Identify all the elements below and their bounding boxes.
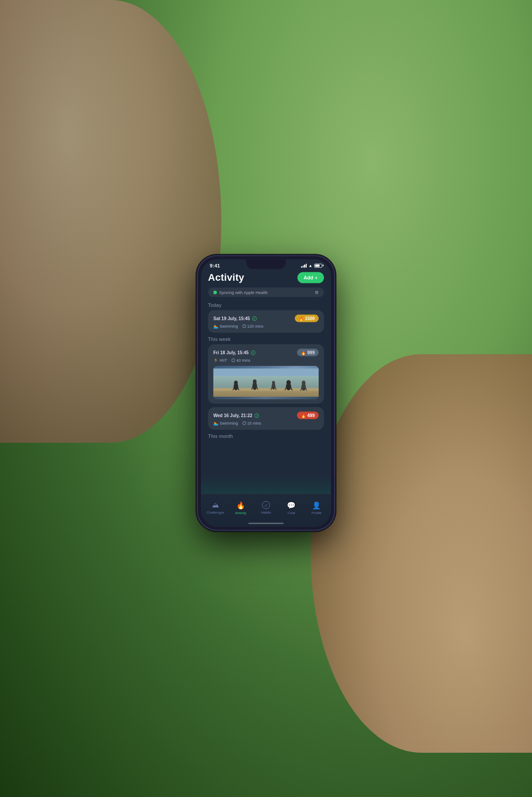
activity-card-week-1[interactable]: Fri 18 July, 15:45 ✓ 🔥 999 🏃: [208, 344, 324, 404]
habits-label: Habits: [261, 511, 271, 515]
card-datetime-3: Wed 16 July, 21:22 ✓: [213, 413, 259, 418]
habits-icon: ✓: [262, 501, 270, 509]
activity-icon: 🔥: [236, 501, 245, 509]
checkmark: ✓: [253, 317, 255, 320]
sync-left: Syncing with Apple Health: [213, 290, 268, 295]
section-month-label: This month: [208, 433, 324, 439]
calories-value-3: 499: [307, 413, 315, 418]
challenges-icon: ⛰: [212, 501, 219, 509]
run-icon: 🏃: [213, 358, 218, 363]
card-datetime: Sat 19 July, 15:45 ✓: [213, 316, 257, 321]
add-plus-icon: +: [314, 274, 318, 281]
activity-duration-3: 15 mins: [243, 421, 262, 426]
time-icon-2: [231, 359, 235, 362]
add-button[interactable]: Add +: [297, 272, 324, 283]
bar1: [301, 266, 302, 267]
battery-fill: [315, 264, 320, 267]
activity-type-label-3: Swimming: [220, 421, 238, 426]
activity-type-label-2: HIIT: [220, 358, 227, 363]
duration-label-3: 15 mins: [247, 421, 262, 426]
swim-icon-2: 🏊: [213, 421, 218, 426]
home-indicator: [248, 523, 284, 524]
check-circle-icon-3: ✓: [254, 413, 259, 418]
hand-silhouette: [311, 354, 532, 753]
checkmark-2: ✓: [252, 351, 254, 354]
add-button-label: Add: [304, 275, 313, 280]
nav-item-challenges[interactable]: ⛰ Challenges: [203, 501, 228, 515]
bottom-nav: ⛰ Challenges 🔥 Activity ✓ Habits 💬 Chat …: [201, 494, 331, 527]
person-silhouette: [0, 0, 221, 443]
app-header: Activity Add +: [208, 270, 324, 283]
activity-image: [213, 366, 319, 399]
sync-dot: [213, 290, 217, 294]
chat-label: Chat: [288, 511, 295, 515]
card-top-row: Sat 19 July, 15:45 ✓ 🔥 1500: [213, 315, 319, 322]
battery-icon: [314, 263, 322, 267]
activity-type-2: 🏃 HIIT: [213, 358, 227, 363]
activity-type-3: 🏊 Swimming: [213, 421, 238, 426]
calorie-badge-gold: 🔥 1500: [295, 315, 319, 322]
phone-screen: 9:41 ▲: [201, 259, 331, 527]
card-top-row-2: Fri 18 July, 15:45 ✓ 🔥 999: [213, 349, 319, 356]
checkmark-3: ✓: [256, 414, 258, 417]
bar3: [304, 264, 305, 267]
bar2: [303, 265, 304, 267]
activity-type: 🏊 Swimming: [213, 324, 238, 329]
profile-label: Profile: [312, 511, 322, 515]
duration-label-2: 40 mins: [236, 358, 251, 363]
calories-value: 1500: [305, 316, 315, 321]
signal-bars: [301, 263, 307, 267]
card-datetime-2: Fri 18 July, 15:45 ✓: [213, 350, 255, 355]
image-overlay: [213, 366, 319, 399]
date-text: Sat 19 July, 15:45: [213, 316, 250, 321]
bar4: [306, 263, 307, 267]
section-week-label: This week: [208, 337, 324, 342]
date-text-3: Wed 16 July, 21:22: [213, 413, 252, 418]
activity-type-label: Swimming: [220, 324, 238, 329]
time-icon-3: [243, 422, 246, 425]
card-detail-row-2: 🏃 HIIT 40 mins: [213, 358, 319, 363]
sync-text: Syncing with Apple Health: [219, 290, 268, 295]
challenges-label: Challenges: [207, 511, 224, 515]
section-today-label: Today: [208, 302, 324, 308]
status-icons: ▲: [301, 263, 322, 268]
duration-label: 120 mins: [247, 324, 264, 329]
nav-item-habits[interactable]: ✓ Habits: [253, 501, 278, 515]
flame-icon: 🔥: [299, 316, 304, 321]
nav-item-chat[interactable]: 💬 Chat: [279, 501, 304, 515]
profile-icon: 👤: [312, 501, 321, 509]
activity-label: Activity: [235, 511, 246, 515]
activity-duration: 120 mins: [243, 324, 264, 329]
check-circle-icon: ✓: [252, 316, 257, 321]
calories-value-2: 999: [307, 350, 315, 355]
card-detail-row: 🏊 Swimming 120 mins: [213, 324, 319, 329]
status-time: 9:41: [210, 263, 220, 268]
chat-icon: 💬: [287, 501, 296, 509]
flame-icon-3: 🔥: [301, 413, 306, 418]
calorie-badge-gray: 🔥 999: [297, 349, 319, 356]
activity-card-today-1[interactable]: Sat 19 July, 15:45 ✓ 🔥 1500 🏊: [208, 310, 324, 333]
check-circle-icon-2: ✓: [251, 350, 255, 355]
phone-outer: 9:41 ▲: [197, 256, 335, 530]
calorie-badge-red: 🔥 499: [297, 412, 319, 419]
phone-wrapper: 9:41 ▲: [197, 256, 335, 530]
flame-icon-2: 🔥: [301, 350, 306, 355]
time-icon: [243, 325, 246, 328]
date-text-2: Fri 18 July, 15:45: [213, 350, 249, 355]
notch: [246, 259, 286, 269]
card-detail-row-3: 🏊 Swimming 15 mins: [213, 421, 319, 426]
page-title: Activity: [208, 272, 244, 283]
card-top-row-3: Wed 16 July, 21:22 ✓ 🔥 499: [213, 412, 319, 419]
nav-item-activity[interactable]: 🔥 Activity: [228, 501, 253, 515]
sync-bar[interactable]: Syncing with Apple Health ⚙: [208, 288, 324, 297]
swim-icon: 🏊: [213, 324, 218, 329]
activity-duration-2: 40 mins: [231, 358, 251, 363]
activity-card-week-2[interactable]: Wed 16 July, 21:22 ✓ 🔥 499 🏊: [208, 407, 324, 430]
sync-gear-icon[interactable]: ⚙: [315, 290, 319, 295]
wifi-icon: ▲: [308, 263, 312, 268]
app-content: Activity Add + Syncing with Apple Health…: [201, 270, 331, 498]
nav-item-profile[interactable]: 👤 Profile: [304, 501, 329, 515]
